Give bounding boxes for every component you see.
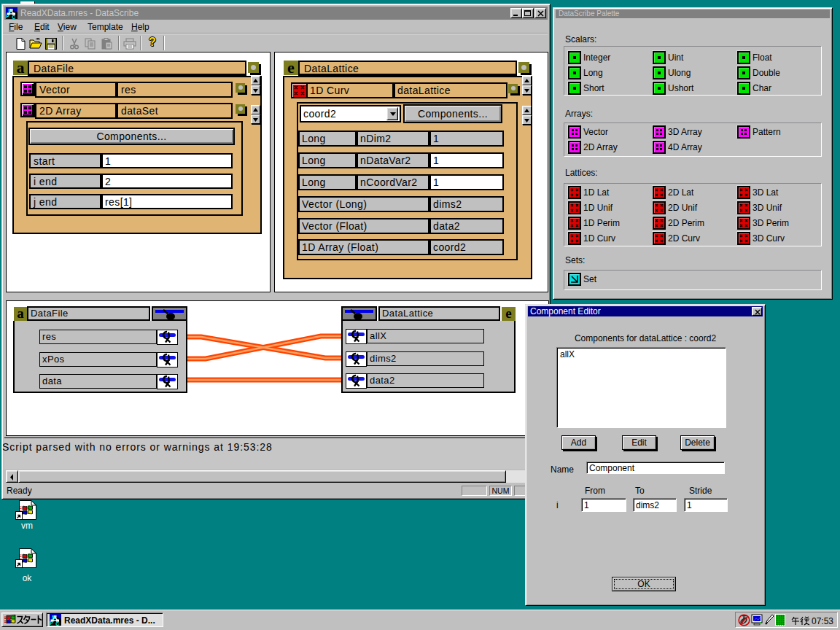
svg-text:N: N [8, 8, 12, 13]
svg-text:C: C [12, 15, 15, 20]
svg-text:N: N [52, 615, 55, 620]
svg-text:C: C [55, 621, 59, 626]
svg-text:P: P [50, 621, 53, 626]
svg-text:P: P [6, 14, 9, 19]
